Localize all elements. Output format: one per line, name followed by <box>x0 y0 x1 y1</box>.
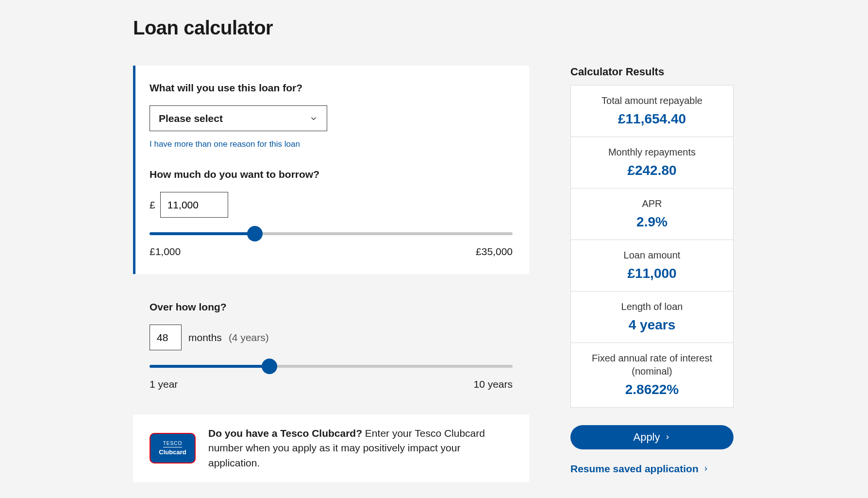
result-label: Length of loan <box>576 300 728 313</box>
amount-slider[interactable]: £1,000 £35,000 <box>150 232 513 258</box>
chevron-right-icon <box>664 434 671 441</box>
amount-min-label: £1,000 <box>150 246 181 258</box>
amount-question: How much do you want to borrow? <box>150 169 513 180</box>
currency-symbol: £ <box>150 199 155 211</box>
term-slider-fill <box>150 365 269 368</box>
clubcard-text: Do you have a Tesco Clubcard? Enter your… <box>208 426 513 470</box>
results-title: Calculator Results <box>570 66 734 78</box>
results-box: Total amount repayable £11,654.40 Monthl… <box>570 85 734 408</box>
result-row-nominal: Fixed annual rate of interest (nominal) … <box>571 343 733 407</box>
amount-slider-thumb[interactable] <box>247 226 263 241</box>
result-value: 2.8622% <box>576 382 728 397</box>
term-question: Over how long? <box>150 301 513 313</box>
result-value: 4 years <box>576 317 728 333</box>
result-value: £11,000 <box>576 266 728 281</box>
term-unit: months <box>188 332 222 343</box>
result-row-apr: APR 2.9% <box>571 189 733 240</box>
purpose-question: What will you use this loan for? <box>150 82 513 94</box>
result-row-total: Total amount repayable £11,654.40 <box>571 86 733 137</box>
term-input[interactable] <box>150 325 182 350</box>
result-row-length: Length of loan 4 years <box>571 292 733 343</box>
result-value: £11,654.40 <box>576 111 728 127</box>
clubcard-sub: Clubcard <box>159 448 186 456</box>
apply-button-label: Apply <box>633 431 660 444</box>
term-slider-thumb[interactable] <box>262 359 277 374</box>
results-column: Calculator Results Total amount repayabl… <box>570 66 734 482</box>
amount-slider-fill <box>150 232 255 235</box>
term-min-label: 1 year <box>150 378 178 390</box>
clubcard-panel: TESCO Clubcard Do you have a Tesco Clubc… <box>133 414 529 482</box>
term-max-label: 10 years <box>473 378 513 390</box>
result-label: Loan amount <box>576 249 728 262</box>
form-column: What will you use this loan for? Please … <box>133 66 529 482</box>
result-label: Monthly repayments <box>576 146 728 159</box>
term-section: Over how long? months (4 years) 1 year 1… <box>133 301 529 390</box>
resume-application-link[interactable]: Resume saved application <box>570 463 709 475</box>
clubcard-lead: Do you have a Tesco Clubcard? <box>208 428 362 439</box>
amount-max-label: £35,000 <box>476 246 513 258</box>
resume-link-label: Resume saved application <box>570 463 699 475</box>
term-years-hint: (4 years) <box>229 332 269 343</box>
result-label: APR <box>576 197 728 210</box>
clubcard-logo: TESCO Clubcard <box>150 433 196 464</box>
purpose-select-value: Please select <box>159 113 223 124</box>
chevron-right-icon <box>702 465 709 472</box>
term-slider[interactable]: 1 year 10 years <box>150 365 513 390</box>
page-title: Loan calculator <box>133 17 735 39</box>
clubcard-brand: TESCO <box>163 441 182 447</box>
result-row-monthly: Monthly repayments £242.80 <box>571 137 733 189</box>
result-value: 2.9% <box>576 214 728 230</box>
multi-reason-link[interactable]: I have more than one reason for this loa… <box>150 139 300 149</box>
result-label: Fixed annual rate of interest (nominal) <box>576 352 728 378</box>
apply-button[interactable]: Apply <box>570 425 734 449</box>
result-row-amount: Loan amount £11,000 <box>571 240 733 292</box>
loan-inputs-card: What will you use this loan for? Please … <box>133 66 529 274</box>
purpose-select[interactable]: Please select <box>150 105 327 131</box>
result-value: £242.80 <box>576 163 728 178</box>
chevron-down-icon <box>309 114 318 123</box>
result-label: Total amount repayable <box>576 94 728 107</box>
amount-input[interactable] <box>160 192 228 218</box>
